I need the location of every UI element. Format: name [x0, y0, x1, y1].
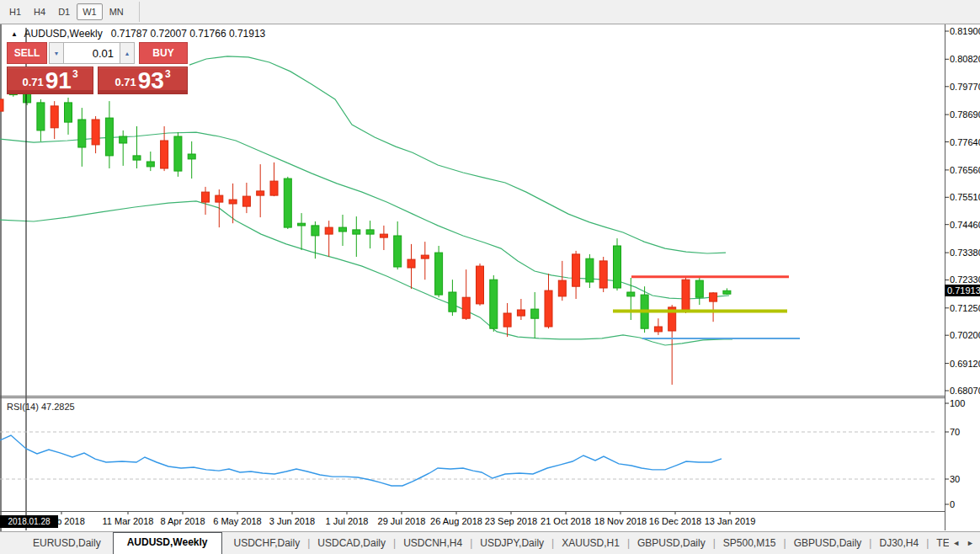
price-axis-label: 0.69120	[950, 359, 980, 369]
timeframe-button-H1[interactable]: H1	[3, 3, 27, 20]
timeframe-button-MN[interactable]: MN	[104, 3, 130, 20]
chart-tab-gbpusd-daily[interactable]: GBPUSD,Daily	[630, 533, 713, 554]
one-click-trade-panel: SELL ▼ 0.01 ▲ BUY 0.71 91 3 0.71 93 3	[5, 42, 188, 94]
sell-button[interactable]: SELL	[7, 42, 47, 64]
price-axis-label: 0.73380	[950, 248, 980, 258]
chart-tab-gbpusd-daily[interactable]: GBPUSD,Daily	[786, 533, 870, 554]
chart-tab-usdchf-daily[interactable]: USDCHF,Daily	[226, 533, 308, 554]
buy-price-sup: 3	[165, 68, 171, 80]
tab-scroll-left-icon[interactable]: ◄	[949, 539, 963, 547]
sell-price-sup: 3	[72, 68, 78, 80]
crosshair-date-tag: 2018.01.28 0:00	[0, 515, 58, 528]
buy-price-big: 93	[138, 70, 164, 92]
chart-area[interactable]	[0, 24, 980, 531]
chart-tab-usdjpy-daily[interactable]: USDJPY,Daily	[472, 533, 551, 554]
chart-tab-xauusd-h1[interactable]: XAUUSD,H1	[554, 533, 627, 554]
timeframe-button-H4[interactable]: H4	[28, 3, 51, 20]
chart-tab-sp500-m15[interactable]: SP500,M15	[716, 533, 784, 554]
chart-title-symbol: AUDUSD,Weekly	[24, 28, 103, 40]
price-axis-label: 0.78690	[950, 109, 980, 120]
buy-price-prefix: 0.71	[115, 76, 136, 88]
chart-tab-audusd-weekly[interactable]: AUDUSD,Weekly	[113, 532, 222, 554]
price-axis-label: 0.80820	[950, 54, 980, 64]
sell-price-prefix: 0.71	[22, 76, 43, 88]
chart-tab-bar: EURUSD,DailyAUDUSD,WeeklyUSDCHF,Daily|US…	[0, 531, 980, 554]
chevron-down-icon: ▼	[54, 51, 60, 56]
chart-title: ▲ AUDUSD,Weekly 0.71787 0.72007 0.71766 …	[11, 28, 265, 40]
timeframe-toolbar: H1H4D1W1MN	[0, 0, 980, 24]
price-axis-label: 0.74460	[950, 220, 980, 230]
tab-scroll-right-icon[interactable]: ►	[963, 539, 977, 547]
current-price-tag: 0.71913	[945, 285, 980, 296]
price-axis-label: 0.75510	[950, 192, 980, 202]
rsi-axis-label: 100	[950, 398, 965, 408]
price-axis-label: 0.79770	[950, 82, 980, 92]
price-axis-label: 0.68070	[950, 386, 980, 396]
lot-size-input[interactable]: 0.01	[64, 42, 120, 64]
chart-tab-eurusd-daily[interactable]: EURUSD,Daily	[25, 533, 109, 554]
chevron-up-icon: ▲	[125, 51, 130, 56]
collapse-marker-icon[interactable]: ▲	[11, 30, 18, 38]
timeframe-buttons: H1H4D1W1MN	[3, 3, 130, 20]
rsi-axis-label: 70	[950, 427, 960, 437]
lot-decrease-button[interactable]: ▼	[49, 42, 64, 64]
toolbar-separator	[139, 2, 140, 22]
tab-scroll-buttons: ◄ ►	[949, 532, 977, 554]
rsi-indicator-label: RSI(14) 47.2825	[7, 402, 75, 412]
chart-tab-usdcad-daily[interactable]: USDCAD,Daily	[310, 533, 393, 554]
price-axis-label: 0.81900	[950, 26, 980, 36]
chart-tab-dj30-h4[interactable]: DJ30,H4	[871, 533, 926, 554]
chart-tab-usdcnh-h4[interactable]: USDCNH,H4	[396, 533, 470, 554]
price-axis-label: 0.72330	[950, 274, 980, 285]
price-axis-label: 0.71250	[950, 303, 980, 313]
buy-button[interactable]: BUY	[139, 42, 188, 64]
trading-platform-window: H1H4D1W1MN ▲ AUDUSD,Weekly 0.71787 0.720…	[0, 0, 980, 554]
price-axis-label: 0.77640	[950, 137, 980, 147]
sell-price-big: 91	[45, 70, 72, 92]
price-axis-label: 0.70200	[950, 330, 980, 340]
date-axis-label: 13 Jan 2019	[695, 516, 765, 526]
rsi-axis-label: 30	[950, 474, 960, 484]
chart-title-ohlc: 0.71787 0.72007 0.71766 0.71913	[111, 28, 266, 40]
timeframe-button-D1[interactable]: D1	[52, 3, 76, 20]
timeframe-button-W1[interactable]: W1	[77, 3, 103, 20]
lot-increase-button[interactable]: ▲	[120, 42, 135, 64]
buy-price-box[interactable]: 0.71 93 3	[98, 67, 188, 94]
price-axis-label: 0.76560	[950, 165, 980, 175]
rsi-axis-label: 0	[950, 499, 955, 509]
sell-price-box[interactable]: 0.71 91 3	[7, 67, 93, 94]
